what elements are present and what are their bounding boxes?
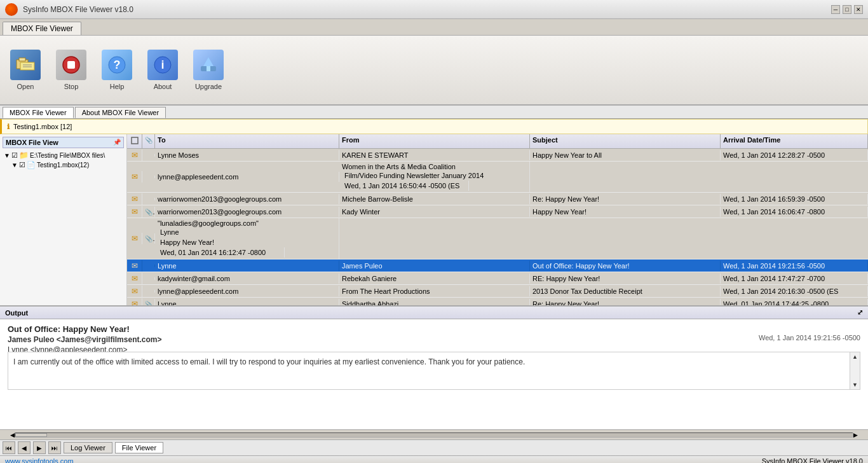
stop-button[interactable]: Stop bbox=[51, 47, 92, 93]
app-logo bbox=[5, 3, 18, 16]
prev-nav-button[interactable]: ◀ bbox=[18, 441, 31, 454]
email-row[interactable]: ✉ 📎 Lynne Siddhartha Abbazi Re: Happy Ne… bbox=[127, 298, 868, 305]
minimize-button[interactable]: ─ bbox=[831, 5, 840, 14]
tree-expand-file: ▼ bbox=[11, 162, 18, 169]
email-subject-cell: Re: Happy New Year! bbox=[530, 194, 721, 204]
upgrade-button[interactable]: Upgrade bbox=[188, 47, 229, 93]
email-date-cell: Wed, 1 Jan 2014 16:50:44 -0500 (ES bbox=[342, 181, 469, 191]
scroll-up-btn[interactable]: ▲ bbox=[851, 352, 859, 361]
tree-root: ▼ ☑ 📁 E:\Testing File\MBOX files\ ▼ ☑ 📄 … bbox=[3, 149, 124, 170]
sidebar-header: MBOX File View 📌 bbox=[3, 137, 124, 148]
scroll-left-btn[interactable]: ◀ bbox=[10, 432, 15, 438]
next-nav-button[interactable]: ▶ bbox=[33, 441, 46, 454]
email-flag-cell: ✉ bbox=[127, 260, 142, 272]
title-bar: SysInfo MBOX File Viewer v18.0 ─ □ ✕ bbox=[0, 0, 868, 19]
col-header-date[interactable]: Arrival Date/Time bbox=[721, 134, 868, 148]
email-to-cell: warriorwomen2013@googlegroups.com bbox=[155, 194, 339, 204]
email-flag-icon: ✉ bbox=[132, 300, 138, 306]
stop-icon bbox=[56, 50, 86, 80]
output-subject: Out of Office: Happy New Year! bbox=[8, 324, 860, 334]
checkbox-file[interactable]: ☑ bbox=[19, 161, 25, 169]
email-subject-cell: Happy New Year to All bbox=[530, 150, 721, 160]
website-link[interactable]: www.sysinfotools.com bbox=[5, 457, 74, 463]
email-row[interactable]: ✉ lynne@appleseedent.com From The Heart … bbox=[127, 285, 868, 298]
tree-file-row[interactable]: ▼ ☑ 📄 Testing1.mbox(12) bbox=[10, 160, 124, 170]
about-button[interactable]: i About bbox=[142, 47, 183, 93]
email-to-cell: warriorwomen2013@googlegroups.com bbox=[155, 207, 339, 217]
file-icon: 📄 bbox=[27, 161, 36, 169]
tree-root-row[interactable]: ▼ ☑ 📁 E:\Testing File\MBOX files\ bbox=[3, 150, 124, 160]
email-att-cell bbox=[142, 154, 155, 156]
email-date-cell: Wed, 01 Jan 2014 17:44:25 -0800 bbox=[721, 299, 868, 306]
svg-rect-2 bbox=[20, 62, 34, 70]
info-bar: ℹ Testing1.mbox [12] bbox=[0, 119, 868, 134]
email-to-cell: lynne@appleseedent.com bbox=[155, 172, 339, 182]
horizontal-scrollbar[interactable]: ◀ ▶ bbox=[0, 429, 868, 439]
svg-text:?: ? bbox=[114, 59, 121, 71]
folder-icon: 📁 bbox=[19, 151, 29, 160]
close-button[interactable]: ✕ bbox=[854, 5, 863, 14]
last-nav-button[interactable]: ⏭ bbox=[48, 441, 61, 454]
email-subject-cell: Happy New Year! bbox=[530, 207, 721, 217]
svg-rect-6 bbox=[67, 61, 75, 69]
tree-expand-root: ▼ bbox=[4, 152, 10, 159]
email-row[interactable]: ✉ lynne@appleseedent.com Women in the Ar… bbox=[127, 162, 868, 193]
email-flag-cell: ✉ bbox=[127, 149, 142, 161]
email-from-cell: Siddhartha Abbazi bbox=[339, 299, 530, 306]
email-flag-icon: ✉ bbox=[132, 287, 138, 296]
email-flag-cell: ✉ bbox=[127, 286, 142, 297]
email-subject-cell: Happy New Year! bbox=[158, 237, 339, 247]
open-button[interactable]: Open bbox=[5, 47, 46, 93]
log-viewer-tab[interactable]: Log Viewer bbox=[64, 442, 112, 453]
email-from-cell: Lynne bbox=[158, 227, 339, 237]
output-resize-icon[interactable]: ⤢ bbox=[857, 308, 863, 317]
window-controls: ─ □ ✕ bbox=[831, 5, 863, 14]
email-date-cell: Wed, 01 Jan 2014 16:12:47 -0800 bbox=[158, 247, 285, 258]
col-header-att: 📎 bbox=[142, 134, 155, 148]
file-viewer-tab[interactable]: File Viewer bbox=[115, 442, 163, 453]
sidebar: MBOX File View 📌 ▼ ☑ 📁 E:\Testing File\M… bbox=[0, 134, 127, 305]
checkbox-root[interactable]: ☑ bbox=[11, 151, 18, 160]
scrollbar-thumb[interactable] bbox=[15, 433, 47, 437]
col-header-subject[interactable]: Subject bbox=[530, 134, 721, 148]
attachment-icon: 📎 bbox=[145, 235, 155, 242]
tab-about-mbox-file-viewer[interactable]: About MBOX File Viewer bbox=[75, 107, 166, 118]
upgrade-label: Upgrade bbox=[195, 83, 222, 90]
email-row[interactable]: ✉ kadywinter@gmail.com Rebekah Ganiere R… bbox=[127, 272, 868, 285]
tab-mbox-file-viewer[interactable]: MBOX File Viewer bbox=[3, 107, 74, 118]
col-header-to[interactable]: To bbox=[155, 134, 339, 148]
email-flag-cell: ✉ bbox=[127, 233, 142, 244]
email-subject-cell: Out of Office: Happy New Year! bbox=[530, 261, 721, 271]
scroll-down-btn[interactable]: ▼ bbox=[851, 380, 859, 389]
info-text: Testing1.mbox [12] bbox=[13, 123, 72, 130]
col-header-from[interactable]: From bbox=[339, 134, 530, 148]
scroll-right-btn[interactable]: ▶ bbox=[853, 432, 858, 438]
email-list-header: 📎 To From Subject Arrival Date/Time bbox=[127, 134, 868, 149]
email-att-cell: 📎 bbox=[142, 207, 155, 217]
mbox-file-viewer-menu-tab[interactable]: MBOX File Viewer bbox=[3, 22, 81, 35]
email-to-cell: lynne@appleseedent.com bbox=[155, 286, 339, 296]
email-row[interactable]: ✉ Lynne James Puleo Out of Office: Happy… bbox=[127, 259, 868, 272]
email-row[interactable]: ✉ warriorwomen2013@googlegroups.com Mich… bbox=[127, 193, 868, 205]
attachment-icon: 📎 bbox=[145, 208, 155, 216]
help-label: Help bbox=[110, 83, 125, 90]
app-title: SysInfo MBOX File Viewer v18.0 bbox=[23, 5, 133, 14]
first-nav-button[interactable]: ⏮ bbox=[3, 441, 15, 454]
email-row[interactable]: ✉ Lynne Moses KAREN E STEWART Happy New … bbox=[127, 149, 868, 162]
email-row[interactable]: ✉ 📎 warriorwomen2013@googlegroups.com Ka… bbox=[127, 205, 868, 218]
email-from-cell: From The Heart Productions bbox=[339, 286, 530, 296]
open-icon bbox=[10, 50, 41, 80]
bottom-nav: ⏮ ◀ ▶ ⏭ Log Viewer File Viewer bbox=[0, 439, 868, 455]
email-subject-cell: RE: Happy New Year! bbox=[530, 273, 721, 284]
svg-marker-12 bbox=[203, 57, 214, 66]
maximize-button[interactable]: □ bbox=[843, 5, 851, 14]
scrollbar-track[interactable] bbox=[15, 432, 853, 438]
pin-icon[interactable]: 📌 bbox=[113, 139, 121, 146]
output-scrollbar[interactable]: ▲ ▼ bbox=[850, 352, 860, 389]
info-icon: ℹ bbox=[7, 123, 10, 131]
svg-rect-13 bbox=[207, 66, 210, 71]
email-date-cell: Wed, 1 Jan 2014 16:59:39 -0500 bbox=[721, 194, 868, 204]
email-row[interactable]: ✉ 📎 "lunaladies@googlegroups.com" Lynne … bbox=[127, 218, 868, 259]
help-button[interactable]: ? Help bbox=[97, 47, 137, 93]
svg-rect-14 bbox=[132, 137, 138, 144]
